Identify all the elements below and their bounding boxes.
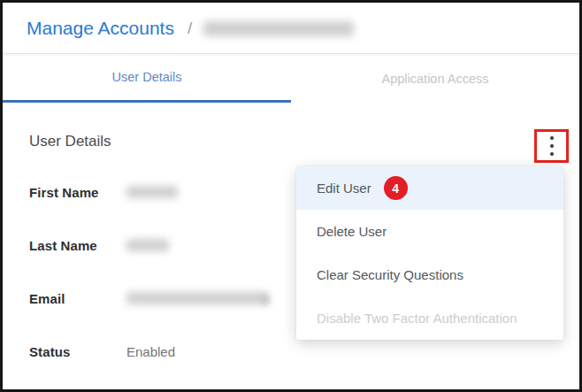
section-title: User Details	[29, 133, 111, 150]
menu-item-edit-user[interactable]: Edit User 4	[296, 166, 563, 210]
kebab-menu-button[interactable]	[534, 129, 569, 163]
field-row-status: Status Enabled	[29, 343, 175, 359]
tab-application-access[interactable]: Application Access	[291, 54, 579, 103]
manage-accounts-window: Manage Accounts / User Details Applicati…	[0, 0, 582, 392]
breadcrumb-separator: /	[188, 19, 192, 38]
menu-item-edit-user-label: Edit User	[317, 181, 371, 196]
last-name-label: Last Name	[29, 238, 126, 253]
breadcrumb-manage-accounts-link[interactable]: Manage Accounts	[27, 18, 174, 39]
field-row-email: Email	[29, 290, 268, 306]
breadcrumb: Manage Accounts /	[27, 18, 354, 39]
menu-item-clear-security-questions[interactable]: Clear Security Questions	[296, 253, 563, 296]
tab-user-details-label: User Details	[112, 70, 182, 84]
breadcrumb-current-user-redacted	[203, 21, 354, 36]
tab-application-access-label: Application Access	[382, 72, 489, 86]
status-label: Status	[29, 344, 126, 359]
tab-bar: User Details Application Access	[3, 54, 579, 103]
menu-item-clear-security-questions-label: Clear Security Questions	[317, 267, 463, 282]
first-name-value-redacted	[126, 186, 178, 198]
page-header: Manage Accounts /	[3, 3, 579, 54]
menu-item-disable-two-factor[interactable]: Disable Two Factor Authentication	[296, 296, 563, 340]
tab-user-details[interactable]: User Details	[3, 54, 291, 103]
email-value-redacted	[126, 292, 268, 304]
menu-item-delete-user[interactable]: Delete User	[296, 210, 563, 253]
first-name-label: First Name	[29, 185, 126, 200]
annotation-step-badge: 4	[384, 176, 408, 200]
field-row-last-name: Last Name	[29, 237, 169, 253]
context-menu: Edit User 4 Delete User Clear Security Q…	[296, 166, 563, 340]
status-value: Enabled	[126, 344, 175, 359]
email-label: Email	[29, 291, 126, 306]
menu-item-delete-user-label: Delete User	[317, 224, 387, 239]
email-value-overflow	[261, 295, 270, 304]
kebab-menu-icon	[550, 136, 554, 156]
last-name-value-redacted	[126, 239, 169, 251]
field-row-first-name: First Name	[29, 184, 178, 200]
menu-item-disable-two-factor-label: Disable Two Factor Authentication	[317, 311, 517, 326]
